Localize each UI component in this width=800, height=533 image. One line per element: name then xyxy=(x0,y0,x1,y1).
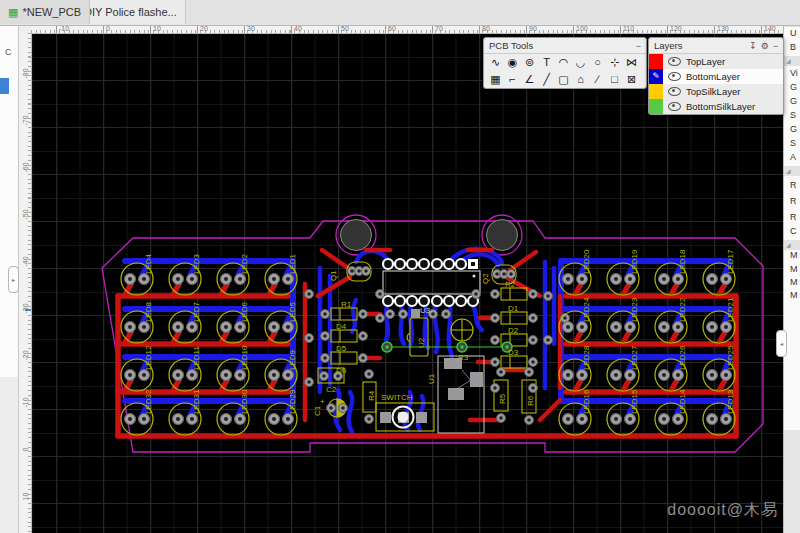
led-label: LED20 xyxy=(582,249,591,274)
mounting-holes[interactable] xyxy=(341,220,518,251)
minimize-icon[interactable]: − xyxy=(773,41,778,51)
dip-ic-u3[interactable] xyxy=(383,259,480,306)
right-panel-section-header[interactable]: ◢ xyxy=(784,240,800,250)
track-tool-icon[interactable]: ∿ xyxy=(487,55,504,70)
led-LED31[interactable]: LED31 xyxy=(169,389,201,435)
layer-color-swatch[interactable] xyxy=(649,99,663,114)
left-collapse-handle[interactable]: ▸ xyxy=(8,266,19,293)
hole-tool-icon[interactable]: ⋈ xyxy=(623,55,640,70)
led-LED26[interactable]: LED26 xyxy=(655,345,687,391)
pin-icon[interactable]: ↧ xyxy=(749,41,757,51)
dip-pad[interactable] xyxy=(395,259,405,269)
dip-pad[interactable] xyxy=(407,259,417,269)
right-panel-item[interactable]: Vi xyxy=(790,68,798,78)
right-panel-item[interactable]: S xyxy=(790,110,796,120)
layer-row-TopLayer[interactable]: TopLayer xyxy=(649,54,783,69)
pad-hole xyxy=(531,338,535,342)
visibility-eye-icon[interactable] xyxy=(668,57,681,66)
dip-pad[interactable] xyxy=(383,296,393,306)
ref-label-D1: D1 xyxy=(508,304,519,313)
tab-new-pcb[interactable]: ▦ *NEW_PCB xyxy=(0,0,90,24)
right-panel-item[interactable]: M xyxy=(790,264,798,274)
protractor-tool-icon[interactable]: ∠ xyxy=(521,72,538,87)
right-panel-section-header[interactable]: ◢ xyxy=(784,56,800,66)
right-panel-item[interactable]: R xyxy=(790,180,797,190)
right-panel-item[interactable]: G xyxy=(790,124,797,134)
minimize-icon[interactable]: − xyxy=(636,41,641,51)
visibility-eye-icon[interactable] xyxy=(668,87,681,96)
right-panel-item[interactable]: G xyxy=(790,82,797,92)
measure-tool-icon[interactable]: ╱ xyxy=(538,72,555,87)
right-panel-item[interactable]: M xyxy=(790,290,798,300)
layer-row-BottomLayer[interactable]: ✎BottomLayer xyxy=(649,69,783,84)
led-LED13[interactable]: LED13 xyxy=(703,389,735,435)
copper-area-tool-icon[interactable]: ▢ xyxy=(555,72,572,87)
pad-tool-icon[interactable]: ◉ xyxy=(504,55,521,70)
right-panel-section-header[interactable]: ◢ xyxy=(784,166,800,176)
circle-tool-icon[interactable]: ○ xyxy=(589,55,606,70)
led-LED18[interactable]: LED18 xyxy=(655,249,687,295)
gear-icon[interactable]: ⚙ xyxy=(761,41,769,51)
dip-pad[interactable] xyxy=(456,259,466,269)
arc-any-angle-tool-icon[interactable]: ◡ xyxy=(572,55,589,70)
dip-pad[interactable] xyxy=(419,259,429,269)
ref-label-R3: R3 xyxy=(458,353,469,362)
via-tool-icon[interactable]: ⊚ xyxy=(521,55,538,70)
led-LED17[interactable]: LED17 xyxy=(703,249,735,295)
layer-color-swatch[interactable] xyxy=(649,54,663,69)
layer-color-swatch[interactable]: ✎ xyxy=(649,69,663,84)
right-panel-item[interactable]: A xyxy=(790,152,796,162)
right-panel-item[interactable]: R xyxy=(790,212,797,222)
dimension-tool-icon[interactable]: ⌐ xyxy=(504,72,521,87)
right-panel-item[interactable]: S xyxy=(790,138,796,148)
right-panel-item[interactable]: U xyxy=(790,28,797,38)
cut-line-tool-icon[interactable]: ∕ xyxy=(589,72,606,87)
right-panel-item[interactable]: R xyxy=(790,196,797,206)
dip-pad[interactable] xyxy=(383,259,393,269)
dip-pad[interactable] xyxy=(395,296,405,306)
dip-pad[interactable] xyxy=(407,296,417,306)
led-LED23[interactable]: LED23 xyxy=(607,297,639,343)
visibility-eye-icon[interactable] xyxy=(668,102,681,111)
led-LED25[interactable]: LED25 xyxy=(703,345,735,391)
layer-color-swatch[interactable] xyxy=(649,84,663,99)
hruler-label: 80 xyxy=(479,25,490,33)
dip-pad[interactable] xyxy=(432,259,442,269)
visibility-eye-icon[interactable] xyxy=(668,72,681,81)
square-pad[interactable] xyxy=(411,309,420,318)
right-panel-item[interactable]: C xyxy=(790,226,797,236)
left-panel-selected-row[interactable] xyxy=(0,78,9,94)
led-LED15[interactable]: LED15 xyxy=(607,389,639,435)
led-LED19[interactable]: LED19 xyxy=(607,249,639,295)
right-panel-item[interactable]: B xyxy=(790,42,796,52)
dip-pad[interactable] xyxy=(444,259,454,269)
rect-tool-icon[interactable]: □ xyxy=(606,72,623,87)
solid-region-tool-icon[interactable]: ⌂ xyxy=(572,72,589,87)
layer-row-TopSilkLayer[interactable]: TopSilkLayer xyxy=(649,84,783,99)
dip-pad[interactable] xyxy=(419,296,429,306)
hruler-label: 20 xyxy=(197,25,208,33)
ref-label-D6: D6 xyxy=(336,366,347,375)
right-panel-item[interactable]: M xyxy=(790,277,798,287)
dip-pad[interactable] xyxy=(456,296,466,306)
layer-row-BottomSilkLayer[interactable]: BottomSilkLayer xyxy=(649,99,783,114)
arc-tool-icon[interactable]: ◠ xyxy=(555,55,572,70)
led-LED21[interactable]: LED21 xyxy=(703,297,735,343)
selection-handle[interactable] xyxy=(386,346,389,349)
image-tool-icon[interactable]: ▦ xyxy=(487,72,504,87)
connect-pads-tool-icon[interactable]: ⊠ xyxy=(623,72,640,87)
led-LED27[interactable]: LED27 xyxy=(607,345,639,391)
right-panel-item[interactable]: G xyxy=(790,96,797,106)
dip-pad[interactable] xyxy=(444,296,454,306)
led-LED30[interactable]: LED30 xyxy=(217,389,249,435)
pad-hole xyxy=(364,269,368,273)
right-panel-item[interactable]: M xyxy=(790,250,798,260)
hand-drag-tool-icon[interactable]: ⊹ xyxy=(606,55,623,70)
dip-pad[interactable] xyxy=(432,296,442,306)
right-collapse-handle[interactable]: ◂ xyxy=(776,330,787,357)
led-LED29[interactable]: LED29 xyxy=(265,389,297,435)
led-LED14[interactable]: LED14 xyxy=(655,389,687,435)
text-tool-icon[interactable]: T xyxy=(538,55,555,70)
led-LED22[interactable]: LED22 xyxy=(655,297,687,343)
selection-handle[interactable] xyxy=(461,346,464,349)
